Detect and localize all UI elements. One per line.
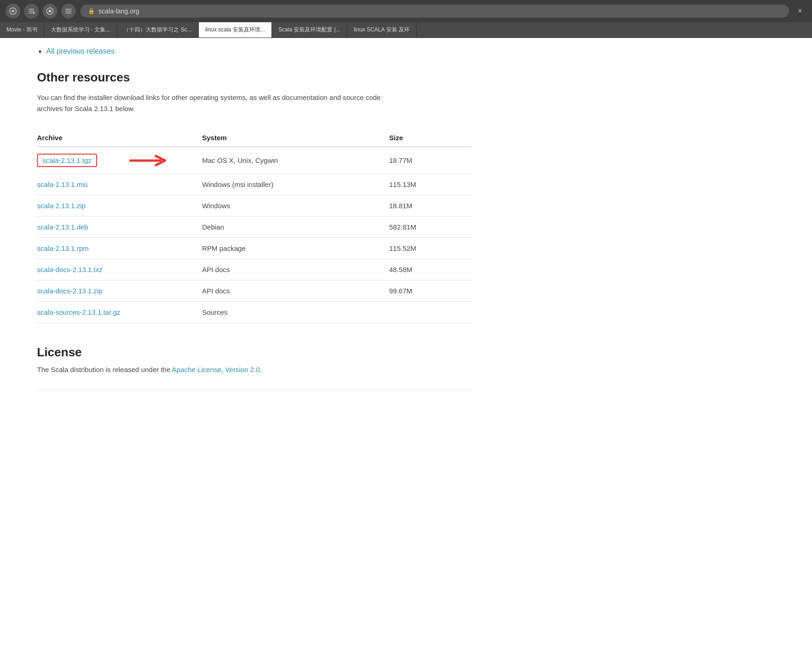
system-cell: Mac OS X, Unix, Cygwin [202,147,389,174]
previous-releases-item: All previous releases [46,47,472,56]
tab-bigdata-2[interactable]: （十四）大数据学习之 Sc... [117,22,198,37]
size-cell: 18.77M [389,147,472,174]
size-cell: 115.52M [389,238,472,259]
previous-releases-list: All previous releases [37,47,472,56]
license-title: License [37,345,472,360]
table-row: scala-docs-2.13.1.txzAPI docs48.58M [37,259,472,280]
bottom-divider [37,390,472,391]
browser-chrome: 🔒 scala-lang.org × [0,0,812,22]
lock-icon: 🔒 [88,8,95,14]
table-row: scala-2.13.1.tgzMac OS X, Unix, Cygwin18… [37,147,472,174]
table-row: scala-sources-2.13.1.tar.gzSources [37,302,472,323]
size-cell: 48.58M [389,259,472,280]
system-cell: Sources [202,302,389,323]
svg-point-1 [33,12,35,14]
license-text-after: . [260,366,262,373]
svg-point-3 [49,10,51,12]
page-content: All previous releases Other resources Yo… [0,38,509,409]
address-bar[interactable]: 🔒 scala-lang.org [80,5,789,18]
system-cell: Windows (msi installer) [202,174,389,195]
previous-releases-link[interactable]: All previous releases [46,47,115,55]
archive-link[interactable]: scala-docs-2.13.1.zip [37,287,103,295]
size-cell [389,302,472,323]
download-table: Archive System Size scala-2.13.1.tgzMac … [37,129,472,323]
col-header-archive: Archive [37,129,202,147]
tab-movie[interactable]: Movie - 简书 [0,22,44,37]
extension-icon-3[interactable] [43,4,57,19]
table-row: scala-2.13.1.rpmRPM package115.52M [37,238,472,259]
system-cell: API docs [202,280,389,302]
archive-link[interactable]: scala-2.13.1.zip [37,202,86,210]
table-header-row: Archive System Size [37,129,472,147]
size-cell: 18.81M [389,195,472,217]
browser-icons [6,4,76,19]
col-header-size: Size [389,129,472,147]
license-text: The Scala distribution is released under… [37,364,472,375]
size-cell: 582.81M [389,217,472,238]
archive-link-highlighted[interactable]: scala-2.13.1.tgz [43,156,92,164]
close-button[interactable]: × [794,5,806,18]
archive-link[interactable]: scala-2.13.1.rpm [37,244,89,252]
red-arrow-icon [128,154,170,168]
table-row: scala-2.13.1.debDebian582.81M [37,217,472,238]
tab-scala-env[interactable]: Scala 安装及环境配置 |... [272,22,347,37]
tab-bigdata-1[interactable]: 大数据系统学习 - 文集... [44,22,117,37]
table-row: scala-2.13.1.msiWindows (msi installer)1… [37,174,472,195]
tab-linux-scala-2[interactable]: linux SCALA 安装 及环 [347,22,417,37]
extension-icon-1[interactable] [6,4,20,19]
system-cell: RPM package [202,238,389,259]
other-resources-description: You can find the installer download link… [37,92,398,114]
other-resources-title: Other resources [37,70,472,85]
archive-link[interactable]: scala-2.13.1.deb [37,223,88,231]
system-cell: Debian [202,217,389,238]
system-cell: Windows [202,195,389,217]
tabs-bar: Movie - 简书 大数据系统学习 - 文集... （十四）大数据学习之 Sc… [0,22,812,38]
system-cell: API docs [202,259,389,280]
extension-icon-2[interactable] [24,4,39,19]
size-cell: 115.13M [389,174,472,195]
license-text-before: The Scala distribution is released under… [37,366,172,373]
url-text: scala-lang.org [98,7,139,15]
archive-link[interactable]: scala-docs-2.13.1.txz [37,266,103,273]
size-cell: 99.67M [389,280,472,302]
table-row: scala-2.13.1.zipWindows18.81M [37,195,472,217]
table-row: scala-docs-2.13.1.zipAPI docs99.67M [37,280,472,302]
apache-license-link[interactable]: Apache License, Version 2.0 [172,366,260,373]
col-header-system: System [202,129,389,147]
archive-link[interactable]: scala-2.13.1.msi [37,180,87,188]
archive-link[interactable]: scala-sources-2.13.1.tar.gz [37,308,120,316]
tab-linux-scala[interactable]: linux scala 安装及环境... [199,22,272,37]
menu-icon[interactable] [61,4,76,19]
